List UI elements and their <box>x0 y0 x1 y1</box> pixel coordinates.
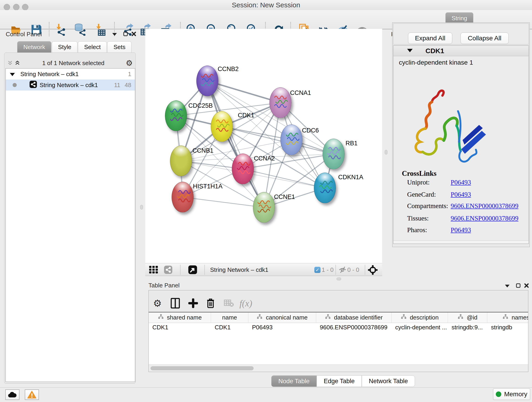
network-node-ccnb1[interactable] <box>170 146 192 176</box>
protein-thumbnail <box>317 180 333 197</box>
float-panel-icon[interactable] <box>515 283 521 288</box>
float-panel-icon[interactable] <box>123 31 128 37</box>
cell-database-identifier[interactable]: 9606.ENSP00000378699 <box>316 323 392 332</box>
cell-description[interactable]: cyclin-dependent ... <box>392 323 448 332</box>
add-column-icon[interactable] <box>187 297 200 310</box>
collapse-all-button[interactable]: Collapse All <box>461 32 509 44</box>
column-header-description[interactable]: description <box>392 313 448 323</box>
network-tree: String Network – cdk1 1 String Network –… <box>6 68 135 382</box>
column-header--id[interactable]: @id <box>448 313 487 323</box>
tab-network[interactable]: Network <box>17 41 51 53</box>
network-node-cdk1[interactable] <box>211 111 233 142</box>
collapse-triangle-icon[interactable] <box>407 49 413 53</box>
edge-count: 48 <box>125 82 131 89</box>
memory-label: Memory <box>504 390 527 398</box>
column-type-icon <box>502 314 512 321</box>
memory-button[interactable]: Memory <box>493 389 530 400</box>
panel-menu-icon[interactable] <box>112 32 117 37</box>
protein-thumbnail <box>200 73 215 89</box>
tab-edge-table[interactable]: Edge Table <box>317 375 362 387</box>
crosslink-uniprot[interactable]: P06493 <box>451 179 471 186</box>
cell--id[interactable]: stringdb:9... <box>448 323 487 332</box>
table-header-row: shared namenamecanonical namedatabase id… <box>149 312 528 323</box>
table-gear-icon[interactable]: ⚙ <box>151 297 164 310</box>
show-columns-icon[interactable] <box>169 297 182 310</box>
tab-network-table[interactable]: Network Table <box>362 375 415 387</box>
selected-checkbox[interactable]: ✓ <box>314 267 321 273</box>
tab-node-table[interactable]: Node Table <box>271 375 317 387</box>
collapse-all-icon[interactable] <box>7 60 13 66</box>
warnings-button[interactable] <box>25 389 39 400</box>
crosslink-genecard[interactable]: P06493 <box>451 191 471 198</box>
table-row[interactable]: CDK1CDK1P064939606.ENSP00000378699cyclin… <box>149 323 528 332</box>
crosshair-icon[interactable] <box>368 265 378 276</box>
crosslink-tissues[interactable]: 9606.ENSP00000378699 <box>451 215 519 222</box>
tab-style[interactable]: Style <box>52 41 77 53</box>
tab-sets[interactable]: Sets <box>107 41 132 53</box>
close-panel-icon[interactable] <box>131 31 137 37</box>
protein-thumbnail <box>168 108 184 124</box>
tab-select[interactable]: Select <box>78 41 107 53</box>
expand-all-button[interactable]: Expand All <box>408 32 452 44</box>
node-label-ccna2: CCNA2 <box>254 155 275 162</box>
close-panel-icon[interactable] <box>524 283 529 288</box>
node-label-ccne1: CCNE1 <box>274 193 295 201</box>
scrollbar-thumb[interactable] <box>151 366 254 370</box>
node-count: 11 <box>114 82 120 89</box>
crosslink-pharos[interactable]: P06493 <box>451 226 471 234</box>
network-row-selected[interactable]: String Network – cdk1 11 48 <box>6 80 135 90</box>
column-type-icon <box>158 314 167 321</box>
protein-thumbnail <box>175 189 191 206</box>
right-splitter-handle[interactable] <box>385 150 387 154</box>
network-node-ccnb2[interactable] <box>196 65 218 96</box>
cdk1-section-header[interactable]: CDK1 <box>393 46 529 56</box>
network-canvas[interactable]: CCNB2CCNA1CDC25BCDK1CDC6RB1CCNB1CCNA2CDK… <box>145 29 382 263</box>
protein-thumbnail <box>326 146 342 163</box>
grid-view-icon[interactable] <box>149 266 160 274</box>
network-collection-row[interactable]: String Network – cdk1 1 <box>6 69 135 80</box>
tab-string[interactable]: String <box>445 12 473 24</box>
expand-all-icon[interactable] <box>15 60 20 66</box>
cell-canonical-name[interactable]: P06493 <box>248 323 316 332</box>
collapse-triangle-icon[interactable] <box>10 70 15 78</box>
network-node-rb1[interactable] <box>323 139 345 169</box>
control-panel-title: Control Panel <box>6 31 42 38</box>
protein-thumbnail <box>214 118 230 135</box>
birdseye-view-icon[interactable] <box>188 265 197 275</box>
network-node-cdkn1a[interactable] <box>314 172 336 203</box>
cell-namespace[interactable]: stringdb <box>487 323 528 332</box>
status-bar: Memory <box>0 387 532 402</box>
column-header-database-identifier[interactable]: database identifier <box>316 313 392 323</box>
toolbar-separator <box>365 265 365 275</box>
window-title: Session: New Session <box>0 0 532 10</box>
network-node-ccna1[interactable] <box>269 87 291 118</box>
column-header-shared-name[interactable]: shared name <box>149 313 211 323</box>
results-scrollbar[interactable] <box>393 240 529 244</box>
column-header-namespace[interactable]: namespace <box>487 313 528 323</box>
table-horizontal-scrollbar[interactable] <box>149 364 528 372</box>
crosslink-compartments[interactable]: 9606.ENSP00000378699 <box>451 202 519 210</box>
section-title: CDK1 <box>425 47 444 55</box>
panel-menu-icon[interactable] <box>505 283 510 289</box>
collection-label: String Network – cdk1 <box>20 70 79 78</box>
cell-name[interactable]: CDK1 <box>211 323 248 332</box>
share-view-icon[interactable] <box>164 266 172 275</box>
left-splitter-handle[interactable] <box>140 205 143 210</box>
title-bar: Session: New Session <box>0 0 532 10</box>
network-node-cdc25b[interactable] <box>165 100 187 131</box>
network-status-dot <box>13 83 17 87</box>
delete-column-icon[interactable] <box>204 297 217 310</box>
network-node-ccne1[interactable] <box>253 192 275 223</box>
crosslink-row: Uniprot:P06493 <box>407 179 522 186</box>
network-node-hist1h1a[interactable] <box>172 182 194 212</box>
column-header-name[interactable]: name <box>211 313 248 323</box>
network-node-cdc6[interactable] <box>280 124 302 155</box>
cell-shared-name[interactable]: CDK1 <box>149 323 211 332</box>
selection-status: 1 of 1 Network selected <box>20 60 127 67</box>
gear-icon[interactable]: ⚙ <box>127 60 132 66</box>
horizontal-splitter-handle[interactable] <box>336 278 341 280</box>
network-view: CCNB2CCNA1CDC25BCDK1CDC6RB1CCNB1CCNA2CDK… <box>145 29 382 276</box>
column-header-canonical-name[interactable]: canonical name <box>248 313 316 323</box>
network-node-ccna2[interactable] <box>232 153 254 184</box>
cloud-button[interactable] <box>5 389 19 400</box>
